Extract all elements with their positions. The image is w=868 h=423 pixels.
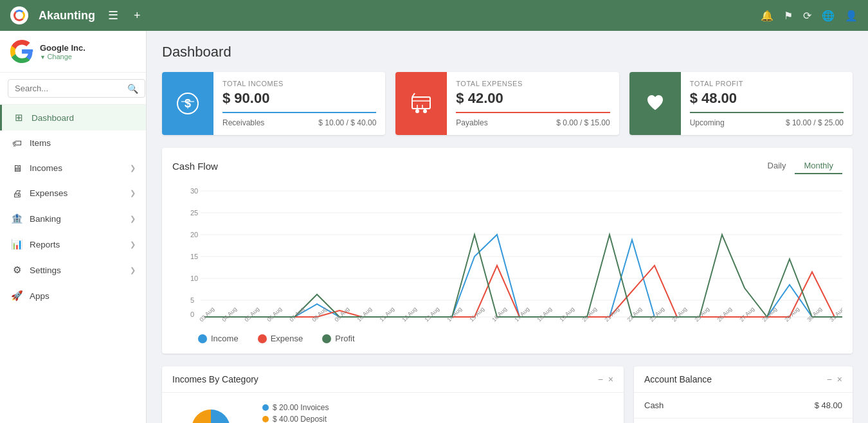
- svg-text:16 Aug: 16 Aug: [491, 306, 508, 323]
- card-controls: − ×: [598, 374, 613, 384]
- profit-icon-box: [629, 72, 681, 135]
- period-tabs: Daily Monthly: [759, 158, 842, 174]
- pie-legend-item-deposit: $ 40.00 Deposit: [262, 415, 329, 423]
- incomes-by-category-card: Incomes By Category − × $ 20.00 Inv: [162, 366, 624, 423]
- profit-sub-label: Upcoming: [690, 118, 725, 127]
- minimize-icon[interactable]: −: [827, 374, 832, 384]
- invoices-dot: [262, 404, 269, 411]
- apps-icon: 🚀: [10, 290, 23, 302]
- deposit-dot: [262, 416, 269, 422]
- income-icon-box: $: [162, 72, 213, 135]
- sidebar-nav: ⊞ Dashboard 🏷 Items 🖥 Incomes ❯ 🖨 Expens…: [0, 105, 146, 309]
- tab-monthly[interactable]: Monthly: [795, 158, 842, 174]
- search-input[interactable]: [8, 79, 145, 98]
- sidebar-item-banking[interactable]: 🏦 Banking ❯: [0, 206, 146, 231]
- sidebar-item-label: Banking: [30, 214, 61, 224]
- svg-text:15 Aug: 15 Aug: [468, 306, 485, 323]
- cash-flow-header: Cash Flow Daily Monthly: [172, 158, 842, 174]
- chevron-icon: ❯: [130, 164, 136, 172]
- svg-text:26 Aug: 26 Aug: [716, 306, 733, 323]
- svg-text:13 Aug: 13 Aug: [423, 306, 440, 323]
- sidebar-item-items[interactable]: 🏷 Items: [0, 130, 146, 156]
- income-sub-value: $ 10.00 / $ 40.00: [318, 118, 376, 127]
- close-icon[interactable]: ×: [837, 374, 842, 384]
- legend-income: Income: [198, 334, 239, 343]
- svg-text:15: 15: [190, 253, 198, 260]
- add-button[interactable]: +: [131, 6, 143, 25]
- heart-icon: [644, 92, 667, 115]
- expense-legend-label: Expense: [271, 334, 303, 343]
- company-change-link[interactable]: Change: [40, 53, 86, 60]
- pie-chart: [172, 403, 249, 423]
- chevron-icon: ❯: [130, 215, 136, 223]
- sidebar-item-label: Settings: [30, 266, 61, 275]
- invoices-label: $ 20.00 Invoices: [273, 403, 329, 412]
- company-details: Google Inc. Change: [40, 43, 86, 60]
- sidebar-item-settings[interactable]: ⚙ Settings ❯: [0, 257, 146, 283]
- svg-text:11 Aug: 11 Aug: [378, 306, 395, 323]
- svg-rect-3: [412, 97, 430, 109]
- profit-sub-value: $ 10.00 / $ 25.00: [786, 118, 844, 127]
- profit-legend-label: Profit: [335, 334, 354, 343]
- profit-dot: [322, 334, 331, 343]
- svg-text:19 Aug: 19 Aug: [558, 306, 575, 323]
- profit-stat-card: TOTAL PROFIT $ 48.00 Upcoming $ 10.00 / …: [629, 72, 853, 135]
- dashboard-icon: ⊞: [12, 112, 25, 123]
- globe-icon[interactable]: 🌐: [822, 10, 835, 22]
- company-info: Google Inc. Change: [0, 31, 146, 73]
- sidebar-item-label: Apps: [30, 291, 50, 301]
- svg-text:22 Aug: 22 Aug: [626, 306, 643, 323]
- cart-icon: [410, 92, 433, 115]
- income-label: TOTAL INCOMES: [222, 80, 376, 87]
- bottom-cards: Incomes By Category − × $ 20.00 Inv: [162, 366, 853, 423]
- svg-text:12 Aug: 12 Aug: [401, 306, 418, 323]
- income-legend-label: Income: [211, 334, 239, 343]
- search-button[interactable]: 🔍: [127, 84, 138, 94]
- svg-text:18 Aug: 18 Aug: [536, 306, 553, 323]
- refresh-icon[interactable]: ⟳: [803, 10, 811, 22]
- income-value: $ 90.00: [222, 90, 376, 113]
- app-name: Akaunting: [39, 9, 95, 22]
- svg-text:07 Aug: 07 Aug: [288, 306, 305, 323]
- hamburger-button[interactable]: ☰: [105, 6, 121, 25]
- reports-icon: 📊: [10, 239, 23, 250]
- account-balance-card: Account Balance − × Cash $ 48.00: [634, 366, 853, 423]
- banking-icon: 🏦: [10, 213, 23, 224]
- account-name: Cash: [644, 401, 664, 410]
- expenses-sub-label: Payables: [456, 118, 487, 127]
- income-stat-info: TOTAL INCOMES $ 90.00 Receivables $ 10.0…: [213, 72, 385, 135]
- main-content: Dashboard $ TOTAL INCOMES $ 90.00 Receiv…: [147, 31, 868, 423]
- chevron-icon: ❯: [130, 240, 136, 249]
- google-logo: [10, 40, 33, 63]
- svg-text:20: 20: [190, 231, 198, 239]
- minimize-icon[interactable]: −: [598, 374, 603, 384]
- sidebar-item-apps[interactable]: 🚀 Apps: [0, 283, 146, 309]
- svg-text:29 Aug: 29 Aug: [783, 306, 800, 323]
- incomes-by-category-title: Incomes By Category: [172, 374, 258, 384]
- pie-legend: $ 20.00 Invoices $ 40.00 Deposit: [262, 403, 329, 423]
- chart-container: 30 25 20 15 10 5 0: [172, 182, 842, 326]
- svg-text:27 Aug: 27 Aug: [738, 306, 755, 323]
- legend-expense: Expense: [258, 334, 303, 343]
- money-icon: $: [176, 92, 199, 115]
- svg-text:03 Aug: 03 Aug: [198, 306, 215, 323]
- sidebar-item-label: Dashboard: [32, 113, 74, 123]
- close-icon[interactable]: ×: [608, 374, 613, 384]
- tab-daily[interactable]: Daily: [759, 158, 795, 174]
- sidebar-item-label: Incomes: [30, 163, 62, 173]
- notifications-icon[interactable]: 🔔: [761, 10, 773, 22]
- svg-text:25: 25: [190, 209, 198, 217]
- cash-flow-chart: 30 25 20 15 10 5 0: [172, 182, 842, 323]
- user-icon[interactable]: 👤: [845, 10, 858, 22]
- settings-icon: ⚙: [10, 264, 23, 276]
- chevron-icon: ❯: [130, 266, 136, 274]
- sidebar-item-incomes[interactable]: 🖥 Incomes ❯: [0, 156, 146, 181]
- svg-text:28 Aug: 28 Aug: [761, 306, 778, 323]
- sidebar-item-reports[interactable]: 📊 Reports ❯: [0, 231, 146, 257]
- navbar-actions: 🔔 ⚑ ⟳ 🌐 👤: [761, 10, 858, 22]
- profit-sub: Upcoming $ 10.00 / $ 25.00: [690, 118, 844, 127]
- flag-icon[interactable]: ⚑: [784, 10, 793, 22]
- sidebar-item-expenses[interactable]: 🖨 Expenses ❯: [0, 181, 146, 206]
- sidebar-item-dashboard[interactable]: ⊞ Dashboard: [0, 105, 146, 130]
- cash-flow-card: Cash Flow Daily Monthly 30 25 20 15 10 5…: [162, 148, 853, 354]
